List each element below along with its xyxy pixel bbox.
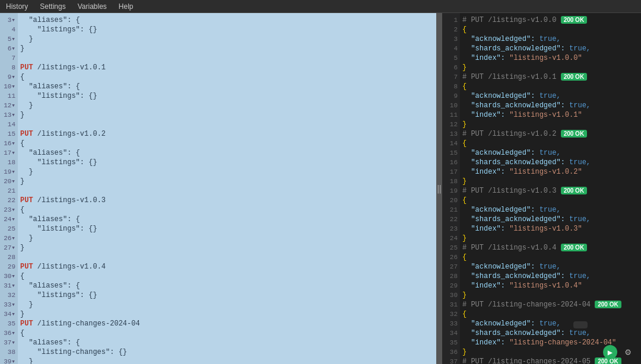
menu-variables[interactable]: Variables [72, 1, 113, 12]
right-code-line: "shards_acknowledged": true, [462, 272, 639, 281]
right-code-line: { [462, 139, 639, 148]
left-code-content[interactable]: "aliases": { "listings": {} }}PUT /listi… [18, 13, 436, 364]
left-code-line: } [20, 357, 434, 364]
right-code-line: # PUT /listings-v1.0.1 200 OK [462, 72, 639, 82]
right-code-line: "index": "listings-v1.0.2" [462, 167, 639, 177]
status-badge: 200 OK [561, 16, 587, 24]
right-code-line: # PUT /listing-changes-2024-04 200 OK [462, 300, 639, 309]
left-code-line: } [20, 300, 434, 309]
right-code-line: "acknowledged": true, [462, 91, 639, 101]
status-badge: 200 OK [595, 301, 621, 308]
left-code-line: } [20, 177, 434, 186]
right-code-line: "shards_acknowledged": true, [462, 328, 639, 338]
left-code-line [20, 253, 434, 262]
right-code-line: "acknowledged": true, [462, 148, 639, 158]
left-code-line: "aliases": { [20, 338, 434, 347]
left-code-line [20, 120, 434, 129]
send-request-button[interactable]: ▶ [603, 345, 617, 359]
left-code-line: } [20, 243, 434, 253]
left-code-line: "listing-changes": {} [20, 347, 434, 357]
menu-history[interactable]: History [0, 1, 34, 12]
left-code-line: "listings": {} [20, 290, 434, 300]
left-code-line: } [20, 44, 434, 53]
left-code-line: PUT /listing-changes-2024-04 [20, 319, 434, 328]
status-badge: 200 OK [561, 73, 587, 81]
action-buttons: ▶ ⚙ [603, 345, 635, 359]
status-badge: 200 OK [561, 187, 587, 194]
right-code-line: # PUT /listings-v1.0.3 200 OK [462, 186, 639, 196]
left-code-line: PUT /listings-v1.0.1 [20, 63, 434, 72]
right-code-line: { [462, 309, 639, 319]
right-code-line: } [462, 234, 639, 243]
menu-help[interactable]: Help [113, 1, 139, 12]
left-code-line: } [20, 101, 434, 110]
right-code-line: { [462, 82, 639, 91]
send-request-tooltip[interactable] [573, 321, 588, 328]
status-badge: 200 OK [561, 130, 587, 138]
right-code-line: { [462, 196, 639, 205]
pane-divider[interactable]: ‖ [436, 13, 442, 364]
left-line-numbers: 3▾4 5▾6▾7 8 9▾10▾11 12▾13▾14 15 16▾17▾18… [0, 13, 18, 364]
right-code-line: "shards_acknowledged": true, [462, 44, 639, 53]
left-code-line: } [20, 167, 434, 177]
right-code-line: "index": "listings-v1.0.1" [462, 110, 639, 120]
right-code-line: "acknowledged": true, [462, 205, 639, 215]
left-code-line: "listings": {} [20, 158, 434, 167]
main-area: 3▾4 5▾6▾7 8 9▾10▾11 12▾13▾14 15 16▾17▾18… [0, 13, 641, 364]
left-code-line: PUT /listings-v1.0.4 [20, 262, 434, 272]
right-code-line: "acknowledged": true, [462, 34, 639, 44]
right-code-line: "index": "listings-v1.0.4" [462, 281, 639, 290]
right-code-line: } [462, 120, 639, 129]
left-code-line: PUT /listings-v1.0.2 [20, 129, 434, 139]
right-code-content: # PUT /listings-v1.0.0 200 OK{ "acknowle… [460, 13, 641, 364]
right-code-line: # PUT /listings-v1.0.4 200 OK [462, 243, 639, 253]
left-code-line: PUT /listings-v1.0.3 [20, 196, 434, 205]
left-code-line: } [20, 309, 434, 319]
left-code-line: } [20, 34, 434, 44]
right-output-pane: 1234567891011121314151617181920212223242… [442, 13, 641, 364]
right-code-line: } [462, 290, 639, 300]
left-code-line: { [20, 72, 434, 82]
left-code-line: { [20, 328, 434, 338]
left-code-line: "aliases": { [20, 15, 434, 25]
left-code-line: { [20, 272, 434, 281]
left-code-line: { [20, 139, 434, 148]
right-code-line: } [462, 63, 639, 72]
left-code-line: "aliases": { [20, 148, 434, 158]
right-line-numbers: 1234567891011121314151617181920212223242… [442, 13, 460, 364]
right-code-line: } [462, 177, 639, 186]
left-code-line: "listings": {} [20, 224, 434, 234]
right-code-line: "index": "listings-v1.0.3" [462, 224, 639, 234]
right-code-line: "acknowledged": true, [462, 262, 639, 272]
right-code-line: { [462, 25, 639, 34]
right-code-line: "shards_acknowledged": true, [462, 158, 639, 167]
left-code-line [20, 186, 434, 196]
right-code-line: "index": "listings-v1.0.0" [462, 53, 639, 63]
left-code-line: "aliases": { [20, 281, 434, 290]
right-code-line: # PUT /listings-v1.0.2 200 OK [462, 129, 639, 139]
left-code-line: { [20, 205, 434, 215]
left-code-line: "listings": {} [20, 25, 434, 34]
status-badge: 200 OK [561, 244, 587, 251]
left-code-line: } [20, 110, 434, 120]
right-code-line: "acknowledged": true, [462, 319, 639, 328]
left-code-line: } [20, 234, 434, 243]
left-code-line [20, 53, 434, 63]
menubar: History Settings Variables Help [0, 0, 641, 13]
left-editor-pane: 3▾4 5▾6▾7 8 9▾10▾11 12▾13▾14 15 16▾17▾18… [0, 13, 436, 364]
left-code-line: "listings": {} [20, 91, 434, 101]
right-code-line: { [462, 253, 639, 262]
right-code-line: "shards_acknowledged": true, [462, 101, 639, 110]
right-code-line: "shards_acknowledged": true, [462, 215, 639, 224]
left-code-line: "aliases": { [20, 82, 434, 91]
left-code-line: "aliases": { [20, 215, 434, 224]
menu-settings[interactable]: Settings [34, 1, 71, 12]
settings-icon-button[interactable]: ⚙ [621, 345, 635, 359]
right-code-line: # PUT /listings-v1.0.0 200 OK [462, 15, 639, 25]
